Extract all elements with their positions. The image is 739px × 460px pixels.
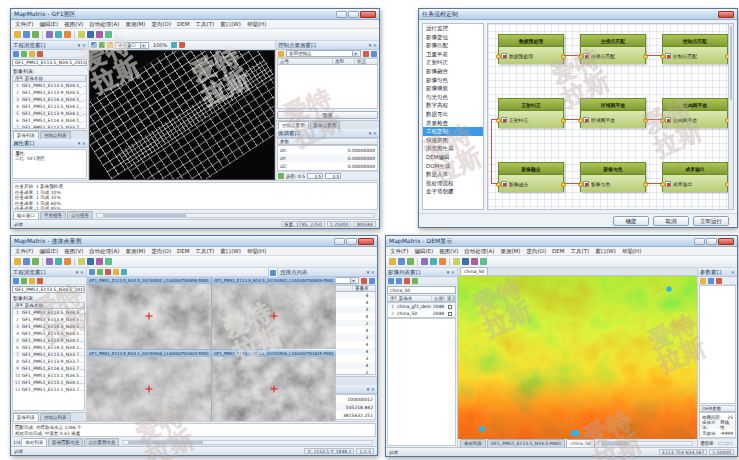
zoom-out-icon[interactable] — [430, 258, 437, 265]
down-icon[interactable] — [396, 278, 402, 284]
visible-checkbox[interactable] — [448, 312, 452, 316]
menu-item[interactable]: DEM — [177, 21, 189, 27]
match-icon[interactable] — [87, 258, 94, 265]
dem-icon[interactable] — [105, 31, 112, 38]
menu-item[interactable]: 工具(T) — [196, 248, 215, 255]
zoom-in-icon[interactable] — [421, 258, 428, 265]
titlebar[interactable]: MapMatrix - GF1测区 — [11, 9, 379, 20]
locate-icon[interactable] — [371, 51, 377, 57]
horizontal-scrollbar[interactable] — [598, 441, 693, 446]
image-file-row[interactable]: 6 GF1_PMS1_E114.3_N34.1_20150506_L1A0000… — [13, 117, 86, 124]
menu-item[interactable]: 定向(O) — [526, 248, 546, 255]
apply-icon[interactable] — [278, 173, 284, 179]
tab-image-list[interactable]: 影像列表 — [13, 413, 39, 421]
panel-close-icon[interactable]: ▾ × — [369, 42, 377, 48]
menu-item[interactable]: 窗口(W) — [220, 248, 241, 255]
image-viewport[interactable]: GF1_PMS1_E113.5_N34.5_20150502_L1A000078… — [87, 277, 211, 349]
tab-dem-document[interactable]: china_50 — [460, 267, 488, 275]
menu-item[interactable]: 文件(F) — [15, 248, 33, 255]
workflow-step-item[interactable]: 卫星平差 — [423, 50, 483, 59]
menu-item[interactable]: 视图(V) — [439, 248, 458, 255]
search-icon[interactable] — [412, 278, 418, 284]
new-icon[interactable] — [14, 258, 21, 265]
match-icon[interactable] — [462, 258, 469, 265]
adjust-icon[interactable] — [471, 258, 478, 265]
step-spinner-y[interactable]: 0.5 — [325, 173, 341, 179]
layers-icon[interactable] — [107, 42, 113, 48]
tab-image-list[interactable]: 影像列表 — [13, 131, 39, 139]
tab-image-point[interactable]: 影像点量测 — [310, 121, 341, 129]
workflow-step-item[interactable]: 快速拼图 — [423, 136, 483, 145]
workflow-step-item[interactable]: 数字高程 — [423, 101, 483, 110]
refresh-icon[interactable] — [708, 278, 714, 284]
add-image-icon[interactable] — [21, 51, 27, 57]
maximize-button[interactable] — [706, 238, 717, 245]
image-file-row[interactable]: 1 GF1_PMS1_E113.5_N34.5_20150502_L1A0000… — [13, 309, 84, 316]
folder-icon[interactable] — [29, 51, 35, 57]
tab-adjust-report[interactable]: 平差报告 — [40, 211, 66, 219]
menu-item[interactable]: 视图(V) — [64, 21, 83, 28]
menu-item[interactable]: 工具(T) — [571, 248, 590, 255]
tab-match-info[interactable]: 影像匹配信息 — [48, 438, 83, 446]
panel-close-icon[interactable]: × — [731, 269, 735, 275]
save-icon[interactable] — [32, 258, 39, 265]
menu-item[interactable]: 文件(F) — [15, 21, 33, 28]
panel-close-icon[interactable]: ▾ × — [367, 386, 375, 392]
layer-row[interactable]: 1 china_gf1_dem 2048 — [388, 303, 455, 310]
image-file-row[interactable]: 4 GF1_PMS1_E113.5_N34.1_20150506_L1A0000… — [13, 330, 84, 337]
minimize-button[interactable] — [334, 238, 345, 245]
flow-node[interactable]: 自由网平差自由网平差 — [662, 98, 728, 128]
workflow-step-item[interactable]: DOM生成 — [423, 162, 483, 171]
workflow-step-item[interactable]: 数据入库 — [423, 170, 483, 179]
close-button[interactable] — [718, 11, 734, 18]
refresh-icon[interactable] — [13, 51, 19, 57]
grid-icon[interactable] — [121, 269, 127, 275]
image-file-row[interactable]: 7 GF1_PMS1_E113.5_N33.7_20150510_L1A0000… — [13, 351, 84, 358]
tab-point-report[interactable]: 点位报告 — [67, 211, 93, 219]
horizontal-scrollbar[interactable] — [122, 440, 373, 445]
pan-icon[interactable] — [64, 258, 71, 265]
menu-item[interactable]: 定向(O) — [151, 21, 171, 28]
workflow-step-item[interactable]: 质量检查 — [423, 119, 483, 128]
image-file-row[interactable]: 5 GF1_PMS1_E113.9_N34.1_20150506_L1A0000… — [13, 337, 84, 344]
point-icon[interactable] — [105, 269, 111, 275]
workflow-step-item[interactable]: 工程定制 — [423, 127, 483, 136]
flow-node[interactable]: 连接点匹配连接点匹配 — [580, 34, 646, 64]
horizontal-scrollbar[interactable] — [96, 213, 375, 218]
menu-item[interactable]: 文件(F) — [390, 248, 408, 255]
open-icon[interactable] — [398, 258, 405, 265]
workflow-step-item[interactable]: 批处理流程 — [423, 179, 483, 188]
adjust-icon[interactable] — [96, 31, 103, 38]
workflow-step-item[interactable]: 浏览图生成 — [423, 144, 483, 153]
open-icon[interactable] — [23, 258, 30, 265]
gcp-list[interactable] — [277, 65, 378, 109]
minimize-button[interactable] — [694, 238, 705, 245]
workflow-step-item[interactable]: 数据导出 — [423, 110, 483, 119]
menu-item[interactable]: 量测(M) — [125, 21, 145, 28]
flow-node[interactable]: 成果输出成果输出 — [662, 162, 728, 192]
mosaic-icon[interactable] — [489, 258, 496, 265]
maximize-button[interactable] — [346, 238, 357, 245]
opacity-slider[interactable] — [718, 442, 734, 445]
menu-item[interactable]: DEM — [177, 248, 189, 254]
panel-close-icon[interactable]: ▾ × — [78, 140, 86, 146]
image-file-row[interactable]: 1 GF1_PMS1_E113.5_N34.5_20150502_L1A0000… — [13, 82, 86, 89]
flow-node[interactable]: 控制点匹配控制点匹配 — [662, 34, 728, 64]
pan-icon[interactable] — [64, 31, 71, 38]
image-file-row[interactable]: 2 GF1_PMS1_E113.9_N34.5_20150502_L1A0000… — [13, 316, 84, 323]
delete-icon[interactable] — [716, 278, 722, 284]
tab-gcp-measure[interactable]: 控制点量测 — [278, 121, 309, 129]
image-file-row[interactable]: 4 GF1_PMS1_E113.5_N34.1_20150506_L1A0000… — [13, 103, 86, 110]
dem-canvas[interactable] — [458, 276, 697, 439]
tab-measure-info[interactable]: 点位量测信息 — [84, 438, 119, 446]
measure-icon[interactable] — [78, 258, 85, 265]
workflow-step-item[interactable]: 影像匀色 — [423, 76, 483, 85]
zoom-out-icon[interactable] — [55, 258, 62, 265]
menu-item[interactable]: 自动处理(A) — [89, 21, 119, 28]
new-icon[interactable] — [14, 31, 21, 38]
image-file-row[interactable]: 8 GF1_PMS1_E113.9_N33.7_20150510_L1A0000… — [13, 358, 84, 365]
menu-item[interactable]: 工具(T) — [196, 21, 215, 28]
save-icon[interactable] — [407, 258, 414, 265]
workflow-step-item[interactable]: 影像镶嵌 — [423, 84, 483, 93]
locate-icon[interactable] — [369, 278, 375, 284]
